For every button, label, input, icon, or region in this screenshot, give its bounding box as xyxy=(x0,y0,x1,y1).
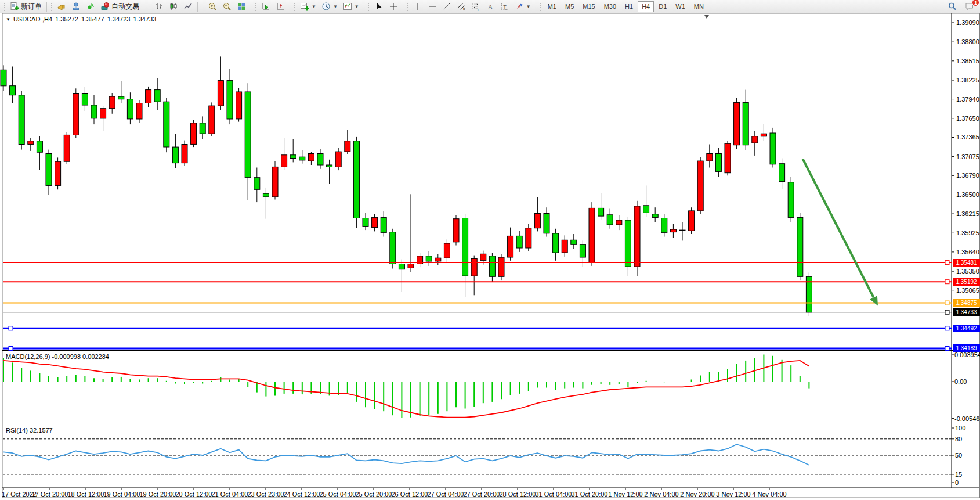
toolbar-separator xyxy=(364,2,364,12)
ohlc-open: 1.35272 xyxy=(55,16,78,23)
autotrade-label: 自动交易 xyxy=(111,2,139,12)
crosshair-icon xyxy=(389,2,398,11)
bars-chart-button[interactable] xyxy=(152,1,166,12)
search-button[interactable] xyxy=(945,1,959,12)
chevron-down-icon[interactable]: ▼ xyxy=(312,4,316,9)
timeframe-m5-button[interactable]: M5 xyxy=(561,1,578,12)
periods-button[interactable]: ▼ xyxy=(319,1,340,12)
hline-handle xyxy=(9,347,13,351)
timeframe-m30-button[interactable]: M30 xyxy=(600,1,620,12)
macd-signal-line xyxy=(3,361,809,418)
horn-button[interactable] xyxy=(55,1,68,12)
timeframe-m1-button[interactable]: M1 xyxy=(544,1,560,12)
chevron-down-icon[interactable]: ▼ xyxy=(355,4,359,9)
toolbar-grip xyxy=(148,2,150,12)
zoom-in-button[interactable] xyxy=(205,1,219,12)
text-label-button[interactable]: T xyxy=(498,1,512,12)
toolbar-separator xyxy=(144,2,144,12)
hline-handle xyxy=(945,347,949,351)
tile-windows-button[interactable] xyxy=(234,1,248,12)
toolbar-separator xyxy=(536,2,536,12)
timeframe-h4-button[interactable]: H4 xyxy=(638,1,654,12)
ohlc-low: 1.34723 xyxy=(107,16,131,23)
chart-shift-icon xyxy=(276,2,285,11)
vline-icon xyxy=(413,2,422,11)
toolbar-grip xyxy=(407,2,409,12)
community-button[interactable] xyxy=(69,1,83,12)
new-order-icon xyxy=(10,2,19,11)
symbol-dropdown-icon[interactable]: ▼ xyxy=(6,17,10,22)
toolbar-separator xyxy=(197,2,198,12)
ohlc-high: 1.35477 xyxy=(81,16,104,23)
line-chart-button[interactable] xyxy=(181,1,195,12)
timeframe-h1-button[interactable]: H1 xyxy=(621,1,637,12)
candles-chart-button[interactable] xyxy=(167,1,180,12)
zoom-out-button[interactable] xyxy=(220,1,234,12)
chevron-down-icon[interactable]: ▼ xyxy=(333,4,338,9)
svg-text:A: A xyxy=(487,3,493,11)
chart-title: ▼ USDCAD-,H4 1.35272 1.35477 1.34723 1.3… xyxy=(6,16,156,23)
svg-text:E: E xyxy=(463,8,465,11)
svg-text:F: F xyxy=(478,8,480,12)
toolbar-grip xyxy=(50,2,53,12)
toolbar-grip xyxy=(201,2,204,12)
toolbar-separator xyxy=(46,2,47,12)
timeframe-d1-button[interactable]: D1 xyxy=(654,1,671,12)
ohlc-close: 1.34733 xyxy=(133,16,156,23)
templates-icon xyxy=(343,2,352,11)
tile-windows-icon xyxy=(237,2,246,11)
chart-shift-button[interactable] xyxy=(273,1,287,12)
hline-handle xyxy=(945,326,949,330)
toolbar-separator xyxy=(251,2,251,12)
timeframe-mn-button[interactable]: MN xyxy=(690,1,708,12)
hline-handle xyxy=(945,280,949,284)
chevron-down-icon[interactable]: ▼ xyxy=(526,4,531,9)
timeframe-w1-button[interactable]: W1 xyxy=(671,1,689,12)
signal-button[interactable] xyxy=(84,1,97,12)
notifications-button[interactable]: 1 xyxy=(963,1,977,12)
text-icon: A xyxy=(486,2,495,11)
line-chart-icon xyxy=(183,2,193,11)
channel-icon: E xyxy=(457,2,466,11)
trend-arrow[interactable] xyxy=(803,159,878,306)
new-order-button[interactable]: 新订单 xyxy=(8,1,44,12)
horn-icon xyxy=(57,2,66,11)
chart-canvas[interactable] xyxy=(0,0,980,500)
toolbar-grip xyxy=(294,2,296,12)
autotrade-button[interactable]: 自动交易 xyxy=(98,1,142,12)
search-icon xyxy=(948,2,957,11)
zoom-in-icon xyxy=(208,2,217,11)
vline-button[interactable] xyxy=(411,1,425,12)
hline-handle xyxy=(9,326,13,330)
trendline-button[interactable] xyxy=(440,1,454,12)
channel-button[interactable]: E xyxy=(454,1,468,12)
fibonacci-button[interactable]: F xyxy=(469,1,483,12)
symbol-period-label: USDCAD-,H4 xyxy=(13,16,52,23)
hline-handle xyxy=(945,261,949,265)
crosshair-button[interactable] xyxy=(386,1,400,12)
indicators-button[interactable]: ▼ xyxy=(298,1,319,12)
toolbar-separator xyxy=(403,2,403,12)
cursor-button[interactable] xyxy=(372,1,386,12)
text-button[interactable]: A xyxy=(483,1,497,12)
arrows-button[interactable]: ▼ xyxy=(512,1,533,12)
hline-handle xyxy=(945,301,949,305)
bars-chart-icon xyxy=(154,2,164,11)
chart-shift-marker xyxy=(704,15,709,19)
toolbar-grip xyxy=(3,2,6,12)
toolbar-grip xyxy=(368,2,370,12)
auto-scroll-icon xyxy=(261,2,270,11)
timeframe-m15-button[interactable]: M15 xyxy=(578,1,599,12)
templates-button[interactable]: ▼ xyxy=(341,1,361,12)
auto-scroll-button[interactable] xyxy=(259,1,273,12)
periods-icon xyxy=(321,2,331,11)
autotrade-icon xyxy=(100,2,110,11)
signal-icon xyxy=(86,2,95,11)
candles-chart-icon xyxy=(169,2,178,11)
toolbar-grip xyxy=(255,2,257,12)
hline-button[interactable] xyxy=(425,1,439,12)
hline-icon xyxy=(428,2,437,11)
trendline-icon xyxy=(442,2,451,11)
text-label-icon: T xyxy=(500,2,509,11)
hline-handle xyxy=(945,310,949,314)
